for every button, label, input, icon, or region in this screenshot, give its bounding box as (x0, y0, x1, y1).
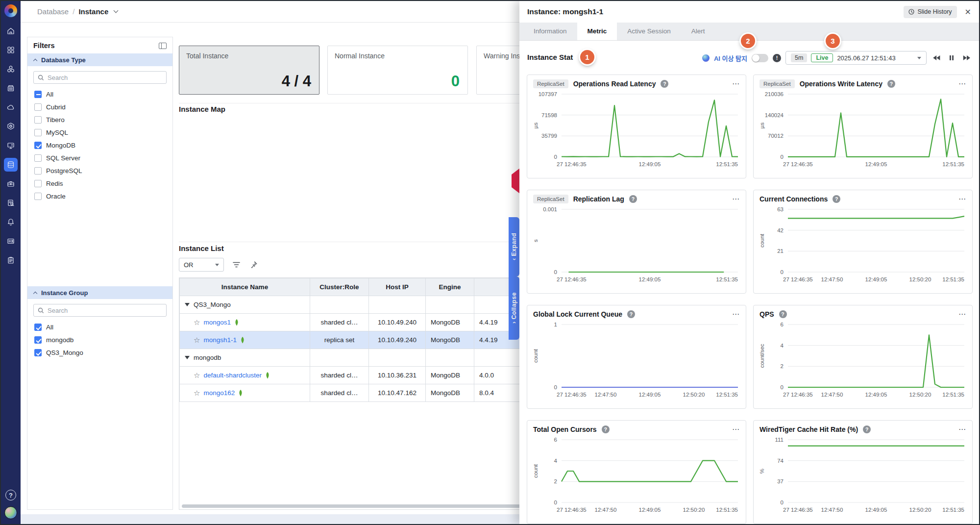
sidebar-item-kubernetes[interactable] (4, 120, 18, 133)
checkbox-icon[interactable] (34, 193, 42, 200)
help-icon[interactable]: ? (779, 310, 787, 318)
instance-link[interactable]: mongo162 (203, 389, 235, 397)
expand-tab[interactable]: ‹ Expand (509, 217, 519, 276)
chart-menu-icon[interactable]: ⋯ (732, 310, 740, 319)
help-icon[interactable]: ? (833, 195, 840, 203)
instance-link[interactable]: mongsh1-1 (203, 336, 237, 344)
sidebar-item-id-card[interactable] (4, 234, 18, 248)
filter-group-header[interactable]: Database Type (27, 53, 172, 66)
checkbox-icon[interactable] (34, 349, 42, 356)
interval-chip[interactable]: 5m (791, 53, 807, 62)
filter-option-tibero[interactable]: Tibero (27, 114, 172, 125)
triangle-down-icon[interactable] (185, 303, 190, 306)
help-icon[interactable]: ? (629, 195, 637, 203)
exclamation-icon[interactable]: ! (773, 54, 781, 62)
collapse-tab[interactable]: › Collapse (509, 276, 519, 340)
help-icon[interactable]: ? (863, 425, 871, 433)
help-icon[interactable]: ? (5, 490, 16, 500)
search-input[interactable]: Search (33, 304, 167, 317)
instance-link[interactable]: mongos1 (203, 319, 231, 326)
column-header[interactable]: Engine (426, 278, 474, 296)
tab-active-session[interactable]: Active Session (617, 23, 681, 40)
brand-logo-icon[interactable] (4, 4, 17, 17)
sidebar-item-cluster[interactable] (4, 62, 18, 76)
filter-option-redis[interactable]: Redis (27, 178, 172, 189)
normal-instance-card[interactable]: Normal Instance 0 (327, 46, 468, 95)
tab-metric[interactable]: Metric (577, 23, 617, 40)
checkbox-icon[interactable] (34, 91, 42, 98)
favorite-star-icon[interactable]: ☆ (194, 336, 200, 345)
checkbox-icon[interactable] (34, 103, 42, 111)
checkbox-icon[interactable] (34, 129, 42, 136)
help-icon[interactable]: ? (602, 425, 610, 433)
sidebar-item-servers[interactable] (4, 81, 18, 95)
help-icon[interactable]: ? (661, 80, 668, 88)
checkbox-icon[interactable] (34, 116, 42, 124)
checkbox-icon[interactable] (34, 142, 42, 149)
rewind-button[interactable] (931, 52, 942, 64)
chart-menu-icon[interactable]: ⋯ (958, 195, 966, 203)
filter-lines-icon[interactable] (231, 259, 242, 270)
total-instance-card[interactable]: Total Instance 4 / 4 (179, 46, 319, 95)
operator-select[interactable]: OR (179, 258, 224, 272)
ai-anomaly-toggle[interactable] (752, 54, 768, 62)
sidebar-item-home[interactable] (4, 24, 18, 38)
favorite-star-icon[interactable]: ☆ (194, 389, 200, 398)
filter-option-all[interactable]: All (27, 89, 172, 100)
column-header[interactable]: Host IP (369, 278, 426, 296)
favorite-star-icon[interactable]: ☆ (194, 318, 200, 327)
help-icon[interactable]: ? (887, 80, 895, 88)
chart-menu-icon[interactable]: ⋯ (732, 195, 740, 203)
collapse-filters-icon[interactable] (159, 43, 167, 49)
checkbox-icon[interactable] (34, 324, 42, 331)
sidebar-item-dashboard[interactable] (4, 43, 18, 57)
breadcrumb-chevron-icon[interactable] (114, 8, 119, 13)
chart-menu-icon[interactable]: ⋯ (958, 425, 966, 434)
checkbox-icon[interactable] (34, 167, 42, 175)
chart-menu-icon[interactable]: ⋯ (958, 310, 966, 319)
triangle-down-icon[interactable] (185, 356, 190, 359)
time-range-control[interactable]: 5m Live 2025.06.27 12:51:43 (785, 51, 927, 65)
search-input[interactable]: Search (33, 71, 167, 84)
filter-option-mysql[interactable]: MySQL (27, 127, 172, 138)
filter-option-oracle[interactable]: Oracle (27, 191, 172, 202)
column-header[interactable]: Cluster:Role (310, 278, 369, 296)
favorite-star-icon[interactable]: ☆ (194, 371, 200, 380)
tab-information[interactable]: Information (523, 23, 577, 40)
checkbox-icon[interactable] (34, 336, 42, 344)
tab-alert[interactable]: Alert (681, 23, 715, 40)
filter-option-postgresql[interactable]: PostgreSQL (27, 165, 172, 176)
filter-option-mongodb[interactable]: mongodb (27, 334, 172, 346)
sidebar-item-notifications[interactable] (4, 215, 18, 229)
user-avatar[interactable] (4, 506, 17, 519)
sidebar-item-report-search[interactable] (4, 196, 18, 210)
sidebar-item-cloud[interactable] (4, 100, 18, 114)
close-icon[interactable]: ✕ (965, 7, 971, 17)
sidebar-item-monitor[interactable] (4, 139, 18, 152)
pin-icon[interactable] (248, 259, 259, 270)
breadcrumb-page[interactable]: Instance (78, 7, 108, 16)
pause-button[interactable] (946, 52, 957, 64)
filter-option-qs3-mongo[interactable]: QS3_Mongo (27, 347, 172, 358)
filter-option-cubrid[interactable]: Cubrid (27, 101, 172, 113)
filter-option-all[interactable]: All (27, 322, 172, 333)
help-icon[interactable]: ? (627, 310, 635, 318)
chart-menu-icon[interactable]: ⋯ (958, 79, 966, 88)
checkbox-icon[interactable] (34, 154, 42, 162)
checkbox-icon[interactable] (34, 180, 42, 187)
chart-card-global-lock-current-queue: Global Lock Current Queue?⋯01count27 12:… (527, 305, 746, 409)
instance-link[interactable]: default-shardcluster (203, 372, 262, 379)
breadcrumb-section[interactable]: Database (37, 7, 69, 16)
column-header[interactable]: Instance Name (180, 278, 310, 296)
slide-history-button[interactable]: Slide History (904, 6, 956, 18)
filter-option-mongodb[interactable]: MongoDB (27, 140, 172, 151)
sidebar-item-clipboard[interactable] (4, 253, 18, 267)
filter-group-header[interactable]: Instance Group (27, 286, 172, 299)
chart-menu-icon[interactable]: ⋯ (732, 79, 740, 88)
sidebar-item-briefcase[interactable] (4, 177, 18, 191)
filter-option-sql-server[interactable]: SQL Server (27, 152, 172, 164)
live-badge[interactable]: Live (811, 53, 833, 62)
sidebar-item-database[interactable] (4, 158, 18, 172)
fast-forward-button[interactable] (961, 52, 972, 64)
chart-menu-icon[interactable]: ⋯ (732, 425, 740, 434)
